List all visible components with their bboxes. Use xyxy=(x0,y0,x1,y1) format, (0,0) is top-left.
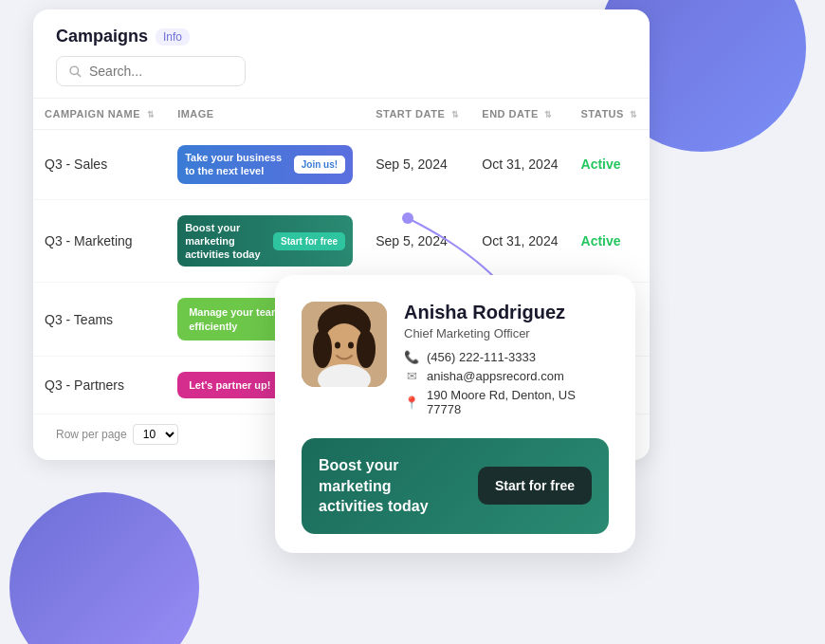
cta-start-button[interactable]: Start for free xyxy=(478,467,592,505)
svg-point-8 xyxy=(313,330,332,368)
svg-point-12 xyxy=(335,342,340,349)
banner-teams-text: Manage your teamsefficiently xyxy=(189,305,286,333)
start-date-marketing: Sep 5, 2024 xyxy=(364,199,470,283)
svg-point-13 xyxy=(348,342,354,349)
campaign-name-partners: Q3 - Partners xyxy=(33,357,166,414)
col-status: STATUS ⇅ xyxy=(570,99,650,130)
banner-sales-button[interactable]: Join us! xyxy=(294,156,345,174)
card-title: Campaigns xyxy=(56,27,148,46)
col-start-date: START DATE ⇅ xyxy=(364,99,470,130)
table-row: Q3 - Sales Take your businessto the next… xyxy=(33,130,650,200)
search-icon xyxy=(68,64,82,78)
banner-sales-text: Take your businessto the next level xyxy=(185,151,288,178)
row-per-page-select[interactable]: 10 25 50 xyxy=(133,424,178,445)
svg-point-9 xyxy=(357,330,376,368)
card-header: Campaigns Info xyxy=(33,9,650,56)
contact-phone-row: 📞 (456) 222-111-3333 xyxy=(404,350,609,364)
cta-banner: Boost your marketingactivities today Sta… xyxy=(302,438,609,534)
end-date-marketing: Oct 31, 2024 xyxy=(470,199,569,283)
campaign-name-marketing: Q3 - Marketing xyxy=(33,199,166,283)
campaign-name-sales: Q3 - Sales xyxy=(33,130,166,200)
avatar xyxy=(302,302,387,387)
svg-line-1 xyxy=(77,73,80,76)
start-date-sales: Sep 5, 2024 xyxy=(364,130,470,200)
avatar-image xyxy=(302,302,387,387)
search-input[interactable] xyxy=(89,64,233,79)
contact-info: Anisha Rodriguez Chief Marketing Officer… xyxy=(404,302,609,421)
location-icon: 📍 xyxy=(404,396,419,410)
bg-circle-bottom-left xyxy=(9,492,199,644)
end-date-sales: Oct 31, 2024 xyxy=(470,130,569,200)
campaign-name-teams: Q3 - Teams xyxy=(33,283,166,357)
contact-card: Anisha Rodriguez Chief Marketing Officer… xyxy=(275,275,635,553)
table-row: Q3 - Marketing Boost your marketingactiv… xyxy=(33,199,650,283)
status-marketing: Active xyxy=(570,199,650,283)
contact-address: 190 Moore Rd, Denton, US 77778 xyxy=(427,388,609,416)
contact-job-title: Chief Marketing Officer xyxy=(404,326,609,340)
banner-partners-text: Let's partner up! xyxy=(189,379,270,391)
phone-icon: 📞 xyxy=(404,350,419,364)
contact-top: Anisha Rodriguez Chief Marketing Officer… xyxy=(302,302,609,421)
banner-marketing-text: Boost your marketingactivities today xyxy=(185,221,267,262)
contact-name: Anisha Rodriguez xyxy=(404,302,609,323)
col-campaign-name: CAMPAIGN NAME ⇅ xyxy=(33,99,166,130)
contact-phone: (456) 222-111-3333 xyxy=(427,350,536,364)
banner-marketing: Boost your marketingactivities today Sta… xyxy=(177,215,353,267)
status-sales: Active xyxy=(570,130,650,200)
banner-marketing-button[interactable]: Start for free xyxy=(273,232,345,250)
campaign-image-sales: Take your businessto the next level Join… xyxy=(166,130,364,200)
contact-email-row: ✉ anisha@appsrecord.com xyxy=(404,369,609,383)
col-end-date: END DATE ⇅ xyxy=(470,99,569,130)
row-per-page-label: Row per page xyxy=(56,428,127,441)
contact-address-row: 📍 190 Moore Rd, Denton, US 77778 xyxy=(404,388,609,416)
search-bar xyxy=(56,56,246,86)
info-badge[interactable]: Info xyxy=(156,28,190,46)
col-image: IMAGE xyxy=(166,99,364,130)
banner-sales: Take your businessto the next level Join… xyxy=(177,145,353,184)
campaign-image-marketing: Boost your marketingactivities today Sta… xyxy=(166,199,364,283)
email-icon: ✉ xyxy=(404,369,419,383)
cta-text: Boost your marketingactivities today xyxy=(319,455,467,517)
contact-email: anisha@appsrecord.com xyxy=(427,369,564,383)
